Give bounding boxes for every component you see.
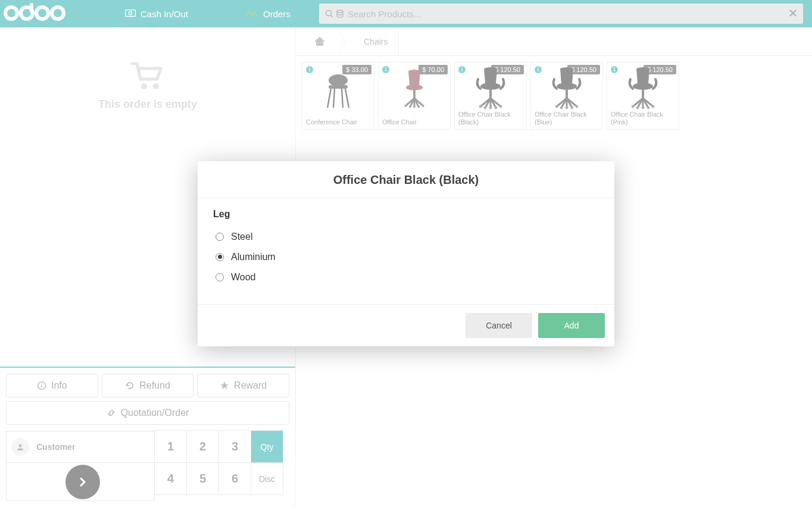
radio-icon: [216, 253, 224, 261]
radio-icon: [216, 273, 224, 281]
option-label: Aluminium: [231, 252, 276, 262]
modal-overlay[interactable]: Office Chair Black (Black) Leg SteelAlum…: [0, 0, 812, 507]
add-button[interactable]: Add: [538, 313, 605, 338]
attribute-option[interactable]: Aluminium: [213, 247, 599, 267]
option-label: Steel: [231, 231, 252, 242]
modal-title: Office Chair Black (Black): [198, 161, 614, 198]
attribute-option[interactable]: Steel: [213, 227, 599, 247]
attribute-label: Leg: [213, 209, 599, 220]
attribute-modal: Office Chair Black (Black) Leg SteelAlum…: [198, 161, 614, 346]
attribute-option[interactable]: Wood: [213, 267, 599, 287]
radio-icon: [216, 233, 224, 241]
option-label: Wood: [231, 272, 256, 283]
cancel-button[interactable]: Cancel: [466, 313, 532, 338]
